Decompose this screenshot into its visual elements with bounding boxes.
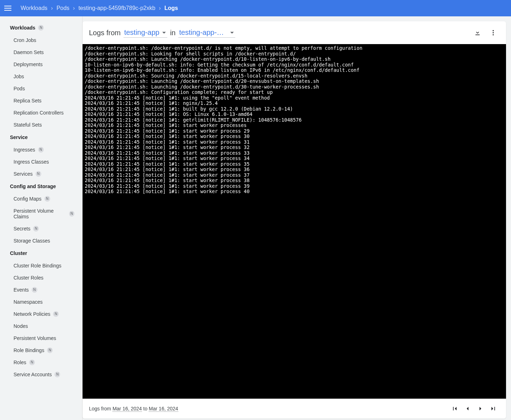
namespace-badge: N — [29, 360, 35, 365]
namespace-badge: N — [54, 372, 60, 377]
svg-point-0 — [492, 30, 494, 31]
more-vert-icon[interactable] — [487, 26, 500, 39]
breadcrumb-item[interactable]: testing-app-5459fb789c-p2xkb — [78, 5, 155, 11]
sidebar-section-title: Service — [0, 131, 82, 144]
container-select[interactable]: testing-app — [123, 28, 167, 38]
next-page-icon[interactable] — [474, 402, 487, 415]
to-date[interactable]: Mar 16, 2024 — [149, 406, 178, 412]
sidebar-item[interactable]: EventsN — [0, 284, 82, 296]
sidebar-item[interactable]: Service AccountsN — [0, 368, 82, 381]
sidebar-item[interactable]: ServicesN — [0, 168, 82, 180]
namespace-badge: N — [36, 171, 41, 177]
sidebar-item[interactable]: Nodes — [0, 320, 82, 332]
main-content: Logs from testing-app in testing-app-54…… — [83, 16, 511, 420]
sidebar-item[interactable]: Cluster Role Bindings — [0, 260, 82, 272]
prev-page-icon[interactable] — [461, 402, 474, 415]
namespace-badge: N — [33, 226, 39, 232]
sidebar-item[interactable]: Config MapsN — [0, 193, 82, 205]
namespace-badge: N — [32, 287, 37, 293]
topbar: Workloads›Pods›testing-app-5459fb789c-p2… — [0, 0, 511, 16]
log-card: Logs from testing-app in testing-app-54…… — [83, 21, 506, 419]
sidebar-item[interactable]: Jobs — [0, 70, 82, 83]
breadcrumb-item[interactable]: Workloads — [21, 5, 47, 11]
last-page-icon[interactable] — [487, 402, 500, 415]
sidebar-item[interactable]: Replica Sets — [0, 95, 82, 107]
namespace-badge: N — [38, 147, 44, 153]
namespace-badge: N — [44, 196, 50, 202]
log-header: Logs from testing-app in testing-app-54… — [83, 21, 506, 44]
sidebar-item[interactable]: Daemon Sets — [0, 46, 82, 58]
download-icon[interactable] — [471, 26, 484, 39]
sidebar-item[interactable]: IngressesN — [0, 144, 82, 156]
sidebar-item[interactable]: Cluster Roles — [0, 272, 82, 284]
sidebar-section-title: Config and Storage — [0, 180, 82, 193]
sidebar-item[interactable]: Pods — [0, 83, 82, 95]
sidebar-item[interactable]: Cron Jobs — [0, 34, 82, 46]
log-footer: Logs from Mar 16, 2024 to Mar 16, 2024 — [83, 399, 506, 419]
pod-select[interactable]: testing-app-54… — [178, 28, 235, 38]
sidebar: WorkloadsNCron JobsDaemon SetsDeployment… — [0, 16, 83, 420]
sidebar-section-title: Cluster — [0, 247, 82, 260]
namespace-badge: N — [69, 211, 74, 217]
sidebar-section-title: WorkloadsN — [0, 21, 82, 34]
sidebar-item[interactable]: RolesN — [0, 356, 82, 368]
sidebar-item[interactable]: Persistent Volume ClaimsN — [0, 205, 82, 223]
svg-point-1 — [492, 32, 494, 33]
sidebar-item[interactable]: Persistent Volumes — [0, 332, 82, 344]
sidebar-item[interactable]: Stateful Sets — [0, 119, 82, 131]
sidebar-item[interactable]: Network PoliciesN — [0, 308, 82, 320]
svg-point-2 — [492, 34, 494, 35]
namespace-badge: N — [53, 311, 59, 317]
sidebar-item[interactable]: Deployments — [0, 58, 82, 70]
sidebar-item[interactable]: Namespaces — [0, 296, 82, 308]
sidebar-item[interactable]: Storage Classes — [0, 235, 82, 247]
sidebar-item[interactable]: Ingress Classes — [0, 156, 82, 168]
sidebar-item[interactable]: SecretsN — [0, 223, 82, 235]
chevron-right-icon: › — [51, 5, 53, 11]
chevron-right-icon: › — [73, 5, 75, 11]
logs-from-label: Logs from — [89, 29, 121, 37]
namespace-badge: N — [47, 347, 53, 353]
sidebar-item[interactable]: Role BindingsN — [0, 344, 82, 356]
breadcrumb: Workloads›Pods›testing-app-5459fb789c-p2… — [21, 5, 178, 11]
first-page-icon[interactable] — [448, 402, 461, 415]
namespace-badge: N — [38, 25, 44, 31]
log-output[interactable]: /docker-entrypoint.sh: /docker-entrypoin… — [83, 44, 506, 399]
breadcrumb-item[interactable]: Logs — [164, 5, 178, 11]
menu-icon[interactable] — [4, 3, 14, 13]
sidebar-item[interactable]: Replication Controllers — [0, 107, 82, 119]
in-label: in — [170, 29, 176, 37]
footer-range: Logs from Mar 16, 2024 to Mar 16, 2024 — [89, 406, 178, 411]
from-date[interactable]: Mar 16, 2024 — [112, 406, 142, 412]
breadcrumb-item[interactable]: Pods — [57, 5, 69, 11]
chevron-right-icon: › — [159, 5, 161, 11]
